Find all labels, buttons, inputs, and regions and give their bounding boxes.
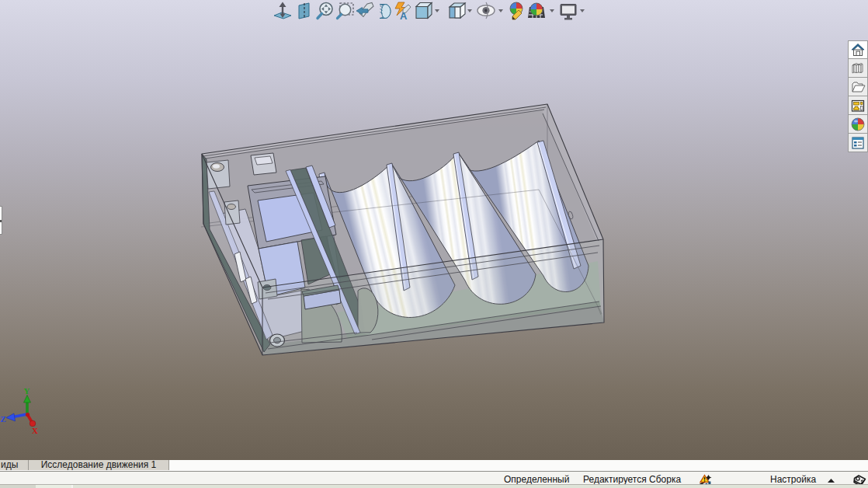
- svg-text:X: X: [32, 426, 38, 435]
- svg-text:Z: Z: [1, 414, 6, 424]
- svg-text:Y: Y: [24, 386, 30, 396]
- svg-text:A: A: [400, 10, 408, 22]
